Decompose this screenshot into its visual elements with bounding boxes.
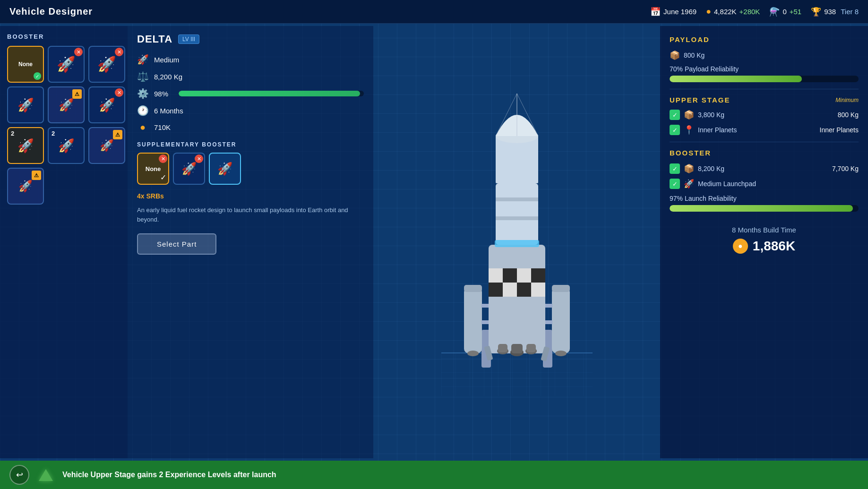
currency-value: 4,822K: [714, 8, 737, 16]
svg-rect-16: [489, 268, 503, 283]
rocket-svg: [441, 89, 593, 396]
vehicle-name-row: DELTA LV III: [137, 33, 364, 45]
rep-stat: 🏆 938 Tier 8: [811, 7, 859, 17]
payload-reliability-bar: [670, 76, 859, 82]
science-value: 0: [782, 8, 786, 16]
reliability-row: ⚙️ 98%: [137, 88, 364, 99]
part-slot-4[interactable]: 🚀 ⚠: [48, 86, 85, 123]
remove-badge-5: ✕: [115, 88, 123, 97]
booster-reliability-fill: [670, 205, 853, 212]
cost-coin-icon: ●: [733, 239, 748, 254]
booster-mass-icon: 📦: [684, 163, 694, 174]
svg-rect-17: [503, 268, 517, 283]
payload-reliability-fill: [670, 76, 802, 82]
upper-stage-mass-value: 800 Kg: [838, 111, 859, 119]
reliability-icon: ⚙️: [137, 88, 148, 99]
reliability-bar-container: [179, 91, 364, 96]
supp-slot-1[interactable]: 🚀 ✕: [173, 153, 205, 185]
payload-mass-label: 800 Kg: [684, 51, 859, 59]
upper-stage-destination-check: ✓: [670, 125, 680, 135]
buildtime-row: 🕐 6 Months: [137, 105, 364, 116]
cost-icon: ●: [137, 122, 148, 133]
upper-stage-destination-icon: 📍: [684, 125, 694, 135]
svg-rect-10: [552, 285, 570, 292]
svg-rect-14: [489, 245, 545, 353]
middle-panel: DELTA LV III 🚀 Medium ⚖️ 8,200 Kg ⚙️ 98%…: [128, 26, 373, 458]
svg-rect-25: [495, 240, 539, 247]
part-slot-8[interactable]: 🚀 ⚠: [88, 127, 125, 164]
booster-mass-label: 8,200 Kg: [698, 165, 828, 172]
upper-stage-mass-row: ✓ 📦 3,800 Kg 800 Kg: [670, 110, 859, 120]
svg-rect-22: [517, 283, 531, 297]
booster-launchpad-label: Medium Launchpad: [698, 180, 859, 188]
upper-stage-destination-value: Inner Planets: [820, 126, 859, 134]
supp-slot-none[interactable]: None ✓ ✕: [137, 153, 169, 185]
svg-rect-24: [496, 183, 538, 245]
booster-reliability-bar: [670, 205, 859, 212]
divider-2: [670, 142, 859, 142]
flask-icon: ⚗️: [769, 7, 780, 17]
upper-stage-mass-label: 3,800 Kg: [698, 111, 834, 119]
back-button[interactable]: ↩: [9, 465, 29, 485]
booster-launchpad-check: ✓: [670, 179, 680, 189]
supp-remove-1: ✕: [195, 154, 203, 163]
reliability-value: 98%: [154, 90, 173, 98]
warning-badge-4: ⚠: [72, 89, 82, 99]
svg-rect-5: [464, 285, 482, 292]
part-slot-3[interactable]: 🚀: [7, 86, 44, 123]
currency-stat: ● 4,822K +280K: [706, 7, 760, 17]
none-check: ✓: [34, 72, 41, 80]
svg-rect-9: [552, 287, 570, 353]
bottom-bar: ↩ Vehicle Upper Stage gains 2 Experience…: [0, 461, 868, 489]
bottom-message: Vehicle Upper Stage gains 2 Experience L…: [62, 471, 276, 479]
rocket-area: [373, 26, 660, 458]
reliability-bar-fill: [179, 91, 360, 96]
mass-value: 8,200 Kg: [154, 73, 182, 81]
svg-rect-4: [464, 287, 482, 353]
size-row: 🚀 Medium: [137, 54, 364, 65]
divider-1: [670, 89, 859, 89]
booster-parts-grid: None ✓ 🚀 ✕ 🚀 ✕ 🚀 🚀 ⚠ 🚀 ✕ 2 🚀: [7, 46, 120, 205]
part-slot-2[interactable]: 🚀 ✕: [88, 46, 125, 83]
svg-rect-23: [531, 283, 545, 297]
currency-change: +280K: [739, 8, 760, 16]
badge-num-6: 2: [11, 130, 14, 137]
part-slot-none[interactable]: None ✓: [7, 46, 44, 83]
upper-stage-title: UPPER STAGE: [670, 96, 730, 104]
part-slot-1[interactable]: 🚀 ✕: [48, 46, 85, 83]
svg-rect-18: [517, 268, 531, 283]
svg-rect-37: [498, 344, 507, 352]
part-slot-5[interactable]: 🚀 ✕: [88, 86, 125, 123]
calendar-icon: 📅: [650, 7, 661, 17]
remove-badge-2: ✕: [115, 48, 123, 56]
right-panel: PAYLOAD 📦 800 Kg 70% Payload Reliability…: [660, 26, 868, 458]
payload-mass-row: 📦 800 Kg: [670, 50, 859, 60]
cost-row: ● 710K: [137, 122, 364, 133]
supp-slot-2[interactable]: 🚀: [209, 153, 241, 185]
supp-none-check: ✓: [160, 173, 166, 182]
svg-rect-19: [531, 268, 545, 283]
payload-mass-icon: 📦: [670, 50, 680, 60]
science-change: +51: [790, 8, 801, 16]
remove-badge-1: ✕: [74, 48, 83, 56]
part-slot-7[interactable]: 2 🚀: [48, 127, 85, 164]
size-icon: 🚀: [137, 54, 148, 65]
upper-stage-mass-icon: 📦: [684, 110, 694, 120]
select-part-button[interactable]: Select Part: [137, 233, 216, 255]
lv-badge: LV III: [178, 34, 199, 44]
up-arrow-icon: [39, 469, 53, 481]
minimum-label: Minimum: [835, 97, 859, 103]
top-bar-stats: 📅 June 1969 ● 4,822K +280K ⚗️ 0 +51 🏆 93…: [650, 7, 859, 17]
svg-rect-38: [511, 344, 523, 353]
cost-value: 710K: [154, 123, 171, 131]
part-slot-9[interactable]: 🚀 ⚠: [7, 168, 44, 205]
booster-launchpad-icon: 🚀: [684, 179, 694, 189]
upper-stage-destination-label: Inner Planets: [698, 126, 816, 134]
booster-reliability-section: 97% Launch Reliability: [670, 195, 859, 212]
cost-value: 1,886K: [753, 239, 795, 254]
booster-mass-check: ✓: [670, 163, 680, 174]
part-slot-6[interactable]: 2 🚀: [7, 127, 44, 164]
mass-icon: ⚖️: [137, 71, 148, 82]
coin-icon: ●: [706, 7, 711, 17]
clock-icon: 🕐: [137, 105, 148, 116]
